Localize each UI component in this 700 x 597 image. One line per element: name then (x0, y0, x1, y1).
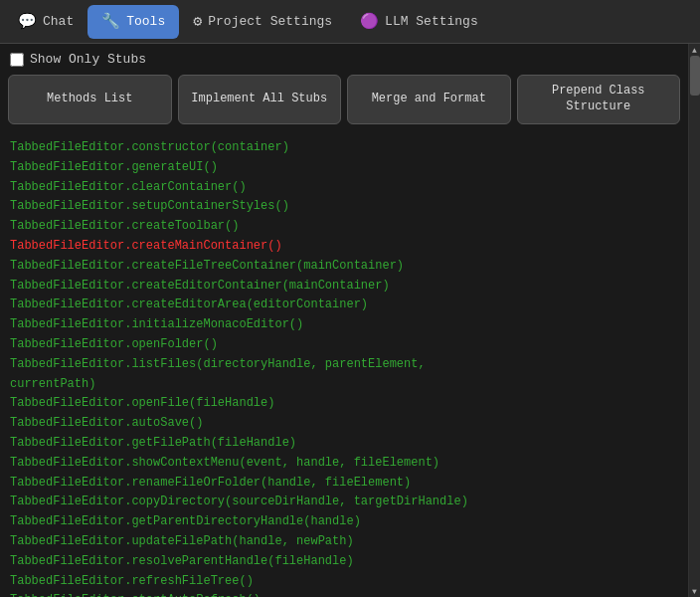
scroll-up-button[interactable]: ▲ (689, 44, 701, 56)
methods-list[interactable]: TabbedFileEditor.constructor(container)T… (0, 134, 688, 597)
method-item[interactable]: TabbedFileEditor.resolveParentHandle(fil… (10, 552, 678, 572)
method-item[interactable]: TabbedFileEditor.clearContainer() (10, 178, 678, 198)
method-item[interactable]: TabbedFileEditor.createEditorContainer(m… (10, 277, 678, 297)
scrollbar: ▲ ▼ (688, 44, 700, 597)
method-item[interactable]: TabbedFileEditor.autoSave() (10, 414, 678, 434)
tab-icon-chat: 💬 (18, 12, 37, 31)
method-item[interactable]: TabbedFileEditor.createMainContainer() (10, 237, 678, 257)
method-item[interactable]: TabbedFileEditor.listFiles(directoryHand… (10, 355, 678, 375)
show-only-stubs-label: Show Only Stubs (30, 52, 146, 67)
main-area: Show Only Stubs Methods ListImplement Al… (0, 44, 700, 597)
nav-tab-tools[interactable]: 🔧Tools (88, 5, 179, 39)
method-item[interactable]: TabbedFileEditor.createToolbar() (10, 217, 678, 237)
method-item[interactable]: TabbedFileEditor.openFolder() (10, 335, 678, 355)
show-only-stubs-checkbox[interactable] (10, 53, 24, 67)
method-item[interactable]: TabbedFileEditor.copyDirectory(sourceDir… (10, 493, 678, 512)
action-button-2[interactable]: Merge and Format (347, 75, 511, 124)
method-item[interactable]: TabbedFileEditor.openFile(fileHandle) (10, 394, 678, 414)
nav-tab-project-settings[interactable]: ⚙️Project Settings (179, 5, 346, 39)
tab-label: Project Settings (208, 14, 332, 29)
action-button-1[interactable]: Implement All Stubs (178, 75, 342, 124)
tab-icon-project-settings: ⚙️ (193, 12, 202, 31)
scrollbar-track[interactable] (689, 56, 701, 585)
scrollbar-thumb[interactable] (690, 56, 700, 96)
nav-tab-llm-settings[interactable]: 🟣LLM Settings (346, 5, 492, 39)
nav-bar: 💬Chat🔧Tools⚙️Project Settings🟣LLM Settin… (0, 0, 700, 44)
action-button-0[interactable]: Methods List (8, 75, 172, 124)
method-item[interactable]: TabbedFileEditor.getParentDirectoryHandl… (10, 512, 678, 532)
tab-label: Chat (43, 14, 74, 29)
method-item[interactable]: TabbedFileEditor.renameFileOrFolder(hand… (10, 474, 678, 494)
method-item[interactable]: TabbedFileEditor.setupContainerStyles() (10, 197, 678, 217)
method-item[interactable]: TabbedFileEditor.startAutoRefresh() (10, 591, 678, 597)
checkbox-row: Show Only Stubs (0, 44, 688, 75)
tab-icon-tools: 🔧 (101, 12, 120, 31)
scroll-down-button[interactable]: ▼ (689, 585, 701, 597)
method-item[interactable]: TabbedFileEditor.initializeMonacoEditor(… (10, 315, 678, 335)
method-item[interactable]: TabbedFileEditor.createEditorArea(editor… (10, 296, 678, 315)
method-item[interactable]: TabbedFileEditor.createFileTreeContainer… (10, 257, 678, 277)
buttons-row: Methods ListImplement All StubsMerge and… (0, 75, 688, 134)
method-item[interactable]: TabbedFileEditor.updateFilePath(handle, … (10, 532, 678, 552)
tab-icon-llm-settings: 🟣 (360, 12, 379, 31)
method-item[interactable]: TabbedFileEditor.getFilePath(fileHandle) (10, 434, 678, 454)
tab-label: Tools (126, 14, 165, 29)
method-item[interactable]: TabbedFileEditor.refreshFileTree() (10, 572, 678, 592)
method-item[interactable]: currentPath) (10, 375, 678, 395)
tab-label: LLM Settings (385, 14, 478, 29)
method-item[interactable]: TabbedFileEditor.constructor(container) (10, 138, 678, 158)
left-panel: Show Only Stubs Methods ListImplement Al… (0, 44, 688, 597)
action-button-3[interactable]: Prepend Class Structure (517, 75, 681, 124)
nav-tab-chat[interactable]: 💬Chat (4, 5, 88, 39)
method-item[interactable]: TabbedFileEditor.showContextMenu(event, … (10, 454, 678, 474)
method-item[interactable]: TabbedFileEditor.generateUI() (10, 158, 678, 178)
